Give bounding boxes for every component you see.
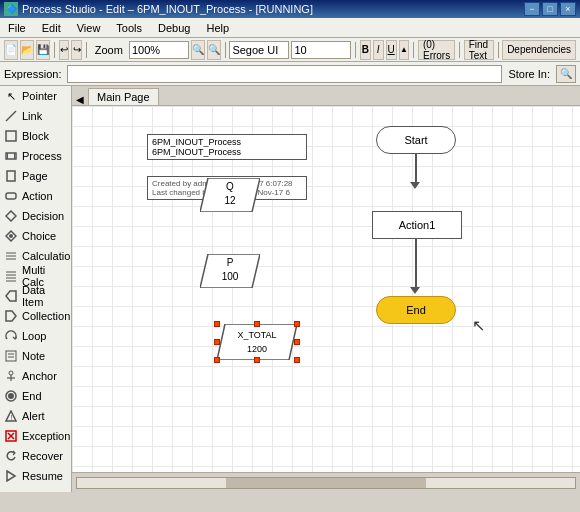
action1-shape[interactable]: Action1	[372, 211, 462, 239]
horizontal-scrollbar[interactable]	[76, 477, 576, 489]
canvas[interactable]: 6PM_INOUT_Process 6PM_INOUT_Process Crea…	[72, 106, 580, 472]
main-area: ↖ Pointer Link Block Process Page	[0, 86, 580, 492]
action1-label: Action1	[399, 219, 436, 231]
tool-anchor-label: Anchor	[22, 370, 57, 382]
tool-pointer[interactable]: ↖ Pointer	[0, 86, 71, 106]
italic-button[interactable]: I	[373, 40, 384, 60]
tool-end[interactable]: End	[0, 386, 71, 406]
find-button[interactable]: Find Text	[464, 40, 494, 60]
end-icon	[4, 389, 18, 403]
tool-loop[interactable]: Loop	[0, 326, 71, 346]
dependencies-button[interactable]: Dependencies	[502, 40, 576, 60]
tool-calculation[interactable]: Calculation	[0, 246, 71, 266]
q-shape[interactable]: Q 12	[200, 178, 260, 212]
tab-main-page[interactable]: Main Page	[88, 88, 159, 105]
zoom-out-button[interactable]: 🔍	[191, 40, 205, 60]
handle-mr	[294, 339, 300, 345]
separator-6	[459, 42, 460, 58]
redo-button[interactable]: ↪	[71, 40, 82, 60]
tool-exception[interactable]: Exception	[0, 426, 71, 446]
alert-icon: !	[4, 409, 18, 423]
note-icon	[4, 349, 18, 363]
start-shape[interactable]: Start	[376, 126, 456, 154]
arrowhead-2	[410, 287, 420, 294]
close-button[interactable]: ×	[560, 2, 576, 16]
save-button[interactable]: 💾	[36, 40, 50, 60]
new-button[interactable]: 📄	[4, 40, 18, 60]
loop-icon	[4, 329, 18, 343]
svg-rect-4	[14, 153, 15, 159]
tool-link[interactable]: Link	[0, 106, 71, 126]
svg-text:100: 100	[222, 271, 239, 282]
zoom-label: Zoom	[91, 44, 127, 56]
svg-text:P: P	[227, 257, 234, 268]
expression-input[interactable]	[67, 65, 502, 83]
undo-button[interactable]: ↩	[59, 40, 70, 60]
tool-alert[interactable]: ! Alert	[0, 406, 71, 426]
tool-choice[interactable]: Choice	[0, 226, 71, 246]
svg-line-0	[6, 111, 16, 121]
end-shape[interactable]: End	[376, 296, 456, 324]
menu-debug[interactable]: Debug	[154, 21, 194, 35]
arrowhead-1	[410, 182, 420, 189]
menu-view[interactable]: View	[73, 21, 105, 35]
p-shape[interactable]: P 100	[200, 254, 260, 288]
toolbar-main: 📄 📂 💾 ↩ ↪ Zoom 🔍 🔍 B I U ▲ (0) Errors Fi…	[0, 38, 580, 62]
zoom-in-button[interactable]: 🔍	[207, 40, 221, 60]
tab-scroll-left[interactable]: ◀	[76, 94, 84, 105]
underline-button[interactable]: U	[386, 40, 397, 60]
tool-note[interactable]: Note	[0, 346, 71, 366]
xtotal-shape[interactable]: X_TOTAL 1200	[217, 324, 297, 360]
color-button[interactable]: ▲	[399, 40, 410, 60]
separator-4	[355, 42, 356, 58]
tool-dataitem[interactable]: Data Item	[0, 286, 71, 306]
cursor: ↖	[472, 316, 485, 335]
tool-recover-label: Recover	[22, 450, 63, 462]
scroll-thumb[interactable]	[226, 478, 425, 488]
tool-multicalc[interactable]: Multi Calc	[0, 266, 71, 286]
handle-tm	[254, 321, 260, 327]
tool-recover[interactable]: Recover	[0, 446, 71, 466]
bold-button[interactable]: B	[360, 40, 371, 60]
block-icon	[4, 129, 18, 143]
tool-page[interactable]: Page	[0, 166, 71, 186]
svg-rect-1	[6, 131, 16, 141]
tool-decision[interactable]: Decision	[0, 206, 71, 226]
handle-tr	[294, 321, 300, 327]
menu-file[interactable]: File	[4, 21, 30, 35]
menu-help[interactable]: Help	[202, 21, 233, 35]
toolbar-expression: Expression: Store In: 🔍	[0, 62, 580, 86]
tool-collection[interactable]: Collection	[0, 306, 71, 326]
action-icon	[4, 189, 18, 203]
status-bar	[72, 472, 580, 492]
anchor-icon	[4, 369, 18, 383]
recover-icon	[4, 449, 18, 463]
menu-tools[interactable]: Tools	[112, 21, 146, 35]
tool-block[interactable]: Block	[0, 126, 71, 146]
tool-action[interactable]: Action	[0, 186, 71, 206]
arrow-action1-end	[415, 239, 417, 289]
tool-panel: ↖ Pointer Link Block Process Page	[0, 86, 72, 492]
font-size-input[interactable]	[291, 41, 351, 59]
store-in-button[interactable]: 🔍	[556, 65, 576, 83]
tool-anchor[interactable]: Anchor	[0, 366, 71, 386]
window-controls: − □ ×	[524, 2, 576, 16]
minimize-button[interactable]: −	[524, 2, 540, 16]
tool-end-label: End	[22, 390, 42, 402]
menu-edit[interactable]: Edit	[38, 21, 65, 35]
tool-collection-label: Collection	[22, 310, 70, 322]
tool-process[interactable]: Process	[0, 146, 71, 166]
svg-rect-5	[7, 171, 15, 181]
tool-link-label: Link	[22, 110, 42, 122]
svg-rect-6	[6, 193, 16, 199]
tool-resume[interactable]: Resume	[0, 466, 71, 486]
dataitem-icon	[4, 289, 18, 303]
open-button[interactable]: 📂	[20, 40, 34, 60]
maximize-button[interactable]: □	[542, 2, 558, 16]
tool-page-label: Page	[22, 170, 48, 182]
font-name-input[interactable]	[229, 41, 289, 59]
tab-main-page-label: Main Page	[97, 91, 150, 103]
handle-tl	[214, 321, 220, 327]
errors-button[interactable]: (0) Errors	[418, 40, 455, 60]
zoom-input[interactable]	[129, 41, 189, 59]
